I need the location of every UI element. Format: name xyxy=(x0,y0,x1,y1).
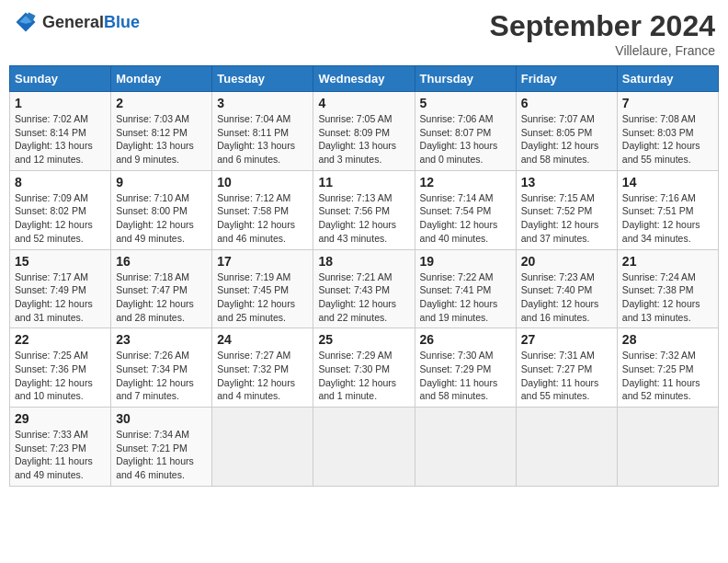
calendar-cell: 3Sunrise: 7:04 AM Sunset: 8:11 PM Daylig… xyxy=(212,92,313,171)
day-number: 25 xyxy=(318,332,409,347)
day-info: Sunrise: 7:26 AM Sunset: 7:34 PM Dayligh… xyxy=(116,349,207,403)
calendar-cell: 13Sunrise: 7:15 AM Sunset: 7:52 PM Dayli… xyxy=(516,170,617,249)
day-number: 11 xyxy=(318,175,409,190)
day-info: Sunrise: 7:12 AM Sunset: 7:58 PM Dayligh… xyxy=(217,191,308,246)
day-number: 28 xyxy=(622,332,713,347)
calendar-cell: 14Sunrise: 7:16 AM Sunset: 7:51 PM Dayli… xyxy=(617,170,718,249)
day-number: 21 xyxy=(622,254,713,269)
day-info: Sunrise: 7:27 AM Sunset: 7:32 PM Dayligh… xyxy=(217,349,308,403)
calendar-cell: 8Sunrise: 7:09 AM Sunset: 8:02 PM Daylig… xyxy=(10,170,111,249)
calendar-cell: 5Sunrise: 7:06 AM Sunset: 8:07 PM Daylig… xyxy=(415,92,516,171)
day-number: 24 xyxy=(217,332,308,347)
day-info: Sunrise: 7:14 AM Sunset: 7:54 PM Dayligh… xyxy=(420,191,511,246)
day-info: Sunrise: 7:16 AM Sunset: 7:51 PM Dayligh… xyxy=(622,191,713,246)
calendar-cell: 18Sunrise: 7:21 AM Sunset: 7:43 PM Dayli… xyxy=(313,249,415,328)
title-block: September 2024 Villelaure, France xyxy=(490,9,715,58)
day-info: Sunrise: 7:09 AM Sunset: 8:02 PM Dayligh… xyxy=(15,191,106,246)
calendar-row: 1Sunrise: 7:02 AM Sunset: 8:14 PM Daylig… xyxy=(10,92,719,171)
calendar-row: 15Sunrise: 7:17 AM Sunset: 7:49 PM Dayli… xyxy=(10,249,719,328)
calendar-table: Sunday Monday Tuesday Wednesday Thursday… xyxy=(9,65,719,487)
day-number: 16 xyxy=(116,254,207,269)
day-number: 26 xyxy=(420,332,511,347)
day-number: 18 xyxy=(318,254,409,269)
day-info: Sunrise: 7:18 AM Sunset: 7:47 PM Dayligh… xyxy=(116,270,207,325)
day-number: 12 xyxy=(420,175,511,190)
calendar-cell: 11Sunrise: 7:13 AM Sunset: 7:56 PM Dayli… xyxy=(313,170,415,249)
calendar-cell: 10Sunrise: 7:12 AM Sunset: 7:58 PM Dayli… xyxy=(212,170,313,249)
col-thursday: Thursday xyxy=(415,66,516,92)
day-info: Sunrise: 7:19 AM Sunset: 7:45 PM Dayligh… xyxy=(217,270,308,325)
calendar-cell: 12Sunrise: 7:14 AM Sunset: 7:54 PM Dayli… xyxy=(415,170,516,249)
day-number: 17 xyxy=(217,254,308,269)
day-info: Sunrise: 7:32 AM Sunset: 7:25 PM Dayligh… xyxy=(622,349,713,403)
day-info: Sunrise: 7:22 AM Sunset: 7:41 PM Dayligh… xyxy=(420,270,511,325)
day-info: Sunrise: 7:23 AM Sunset: 7:40 PM Dayligh… xyxy=(521,270,612,325)
day-info: Sunrise: 7:29 AM Sunset: 7:30 PM Dayligh… xyxy=(318,349,409,403)
calendar-cell: 21Sunrise: 7:24 AM Sunset: 7:38 PM Dayli… xyxy=(617,249,718,328)
day-info: Sunrise: 7:13 AM Sunset: 7:56 PM Dayligh… xyxy=(318,191,409,246)
calendar-cell: 23Sunrise: 7:26 AM Sunset: 7:34 PM Dayli… xyxy=(111,328,212,408)
day-number: 7 xyxy=(622,96,713,110)
calendar-cell xyxy=(516,408,617,487)
logo-text: GeneralBlue xyxy=(42,13,140,32)
day-info: Sunrise: 7:10 AM Sunset: 8:00 PM Dayligh… xyxy=(116,191,207,246)
calendar-cell: 2Sunrise: 7:03 AM Sunset: 8:12 PM Daylig… xyxy=(111,92,212,171)
col-tuesday: Tuesday xyxy=(212,66,313,92)
day-number: 6 xyxy=(521,96,612,110)
day-number: 27 xyxy=(521,332,612,347)
header-row: Sunday Monday Tuesday Wednesday Thursday… xyxy=(10,66,719,92)
calendar-row: 8Sunrise: 7:09 AM Sunset: 8:02 PM Daylig… xyxy=(10,170,719,249)
calendar-cell xyxy=(415,408,516,487)
day-number: 29 xyxy=(15,411,106,426)
day-info: Sunrise: 7:05 AM Sunset: 8:09 PM Dayligh… xyxy=(318,112,409,167)
col-wednesday: Wednesday xyxy=(313,66,415,92)
calendar-header: Sunday Monday Tuesday Wednesday Thursday… xyxy=(10,66,719,92)
day-info: Sunrise: 7:15 AM Sunset: 7:52 PM Dayligh… xyxy=(521,191,612,246)
day-info: Sunrise: 7:06 AM Sunset: 8:07 PM Dayligh… xyxy=(420,112,511,167)
calendar-cell: 30Sunrise: 7:34 AM Sunset: 7:21 PM Dayli… xyxy=(111,408,212,487)
col-friday: Friday xyxy=(516,66,617,92)
calendar-row: 29Sunrise: 7:33 AM Sunset: 7:23 PM Dayli… xyxy=(10,408,719,487)
day-number: 5 xyxy=(420,96,511,110)
col-saturday: Saturday xyxy=(617,66,718,92)
day-number: 20 xyxy=(521,254,612,269)
logo-blue: Blue xyxy=(104,13,140,31)
day-number: 15 xyxy=(15,254,106,269)
day-info: Sunrise: 7:24 AM Sunset: 7:38 PM Dayligh… xyxy=(622,270,713,325)
day-number: 10 xyxy=(217,175,308,190)
calendar-cell: 16Sunrise: 7:18 AM Sunset: 7:47 PM Dayli… xyxy=(111,249,212,328)
page-header: GeneralBlue September 2024 Villelaure, F… xyxy=(9,9,719,58)
calendar-cell: 29Sunrise: 7:33 AM Sunset: 7:23 PM Dayli… xyxy=(10,408,111,487)
day-info: Sunrise: 7:07 AM Sunset: 8:05 PM Dayligh… xyxy=(521,112,612,167)
day-number: 9 xyxy=(116,175,207,190)
calendar-cell: 6Sunrise: 7:07 AM Sunset: 8:05 PM Daylig… xyxy=(516,92,617,171)
day-number: 13 xyxy=(521,175,612,190)
col-sunday: Sunday xyxy=(10,66,111,92)
calendar-cell: 24Sunrise: 7:27 AM Sunset: 7:32 PM Dayli… xyxy=(212,328,313,408)
location-subtitle: Villelaure, France xyxy=(490,43,715,58)
day-info: Sunrise: 7:34 AM Sunset: 7:21 PM Dayligh… xyxy=(116,428,207,482)
day-number: 22 xyxy=(15,332,106,347)
day-info: Sunrise: 7:25 AM Sunset: 7:36 PM Dayligh… xyxy=(15,349,106,403)
calendar-cell: 19Sunrise: 7:22 AM Sunset: 7:41 PM Dayli… xyxy=(415,249,516,328)
calendar-cell: 25Sunrise: 7:29 AM Sunset: 7:30 PM Dayli… xyxy=(313,328,415,408)
day-number: 19 xyxy=(420,254,511,269)
calendar-cell: 17Sunrise: 7:19 AM Sunset: 7:45 PM Dayli… xyxy=(212,249,313,328)
day-info: Sunrise: 7:17 AM Sunset: 7:49 PM Dayligh… xyxy=(15,270,106,325)
calendar-cell: 1Sunrise: 7:02 AM Sunset: 8:14 PM Daylig… xyxy=(10,92,111,171)
day-info: Sunrise: 7:30 AM Sunset: 7:29 PM Dayligh… xyxy=(420,349,511,403)
day-info: Sunrise: 7:21 AM Sunset: 7:43 PM Dayligh… xyxy=(318,270,409,325)
calendar-body: 1Sunrise: 7:02 AM Sunset: 8:14 PM Daylig… xyxy=(10,92,719,487)
day-number: 30 xyxy=(116,411,207,426)
calendar-cell xyxy=(617,408,718,487)
month-title: September 2024 xyxy=(490,9,715,43)
calendar-cell: 22Sunrise: 7:25 AM Sunset: 7:36 PM Dayli… xyxy=(10,328,111,408)
day-number: 14 xyxy=(622,175,713,190)
logo: GeneralBlue xyxy=(13,9,140,35)
calendar-cell xyxy=(313,408,415,487)
day-info: Sunrise: 7:04 AM Sunset: 8:11 PM Dayligh… xyxy=(217,112,308,167)
day-number: 2 xyxy=(116,96,207,110)
col-monday: Monday xyxy=(111,66,212,92)
day-info: Sunrise: 7:31 AM Sunset: 7:27 PM Dayligh… xyxy=(521,349,612,403)
day-info: Sunrise: 7:03 AM Sunset: 8:12 PM Dayligh… xyxy=(116,112,207,167)
